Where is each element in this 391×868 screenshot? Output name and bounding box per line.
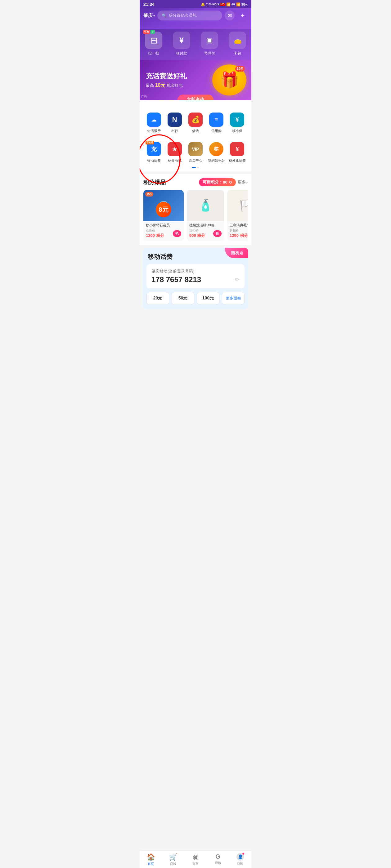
more-link[interactable]: 更多 › [238, 180, 248, 185]
mail-button[interactable]: ✉ [225, 10, 234, 21]
product-diamond-price-label-wrap: 兑换价 1200 积分 [146, 228, 164, 238]
product-towel-price: 1290 积分 [230, 233, 248, 238]
product-diamond-grab-btn[interactable]: 抢 [173, 230, 181, 237]
lifepay-symbol: ☁ [151, 116, 157, 123]
collect-label: 收付款 [176, 51, 187, 56]
product-towel-price-label: 折扣价 [230, 228, 248, 233]
service-signpoints[interactable]: 签 签到领积分 [206, 141, 227, 164]
location-button[interactable]: 肇庆 ▾ [143, 13, 155, 19]
product-detergent-info: 榄菊洗洁精500g 折扣价 900 积分 抢 [187, 221, 224, 241]
search-placeholder: 瓜分百亿会员礼 [168, 13, 197, 18]
header-top: 肇庆 ▾ 🔍 瓜分百亿会员礼 ✉ + [143, 10, 248, 21]
scan-action[interactable]: 可扫 ✓ ⊟ 扫一扫 [142, 30, 165, 57]
simpay-action[interactable]: ▣ 号码付 [198, 30, 221, 57]
yuan-badge: 8元 [156, 202, 171, 217]
search-bar[interactable]: 🔍 瓜分百亿会员礼 [157, 10, 222, 21]
mobilefee-badge: 话机返 [145, 141, 154, 145]
simpay-icon: ▣ [201, 32, 218, 49]
amount-more[interactable]: 更多面额 [222, 292, 245, 304]
creditbuy-icon: ≡ [209, 113, 223, 127]
chevron-down-icon: ▾ [153, 14, 155, 18]
search-icon: 🔍 [162, 13, 167, 18]
amount-20[interactable]: 20元 [146, 292, 169, 304]
product-diamond-price-row: 兑换价 1200 积分 抢 [146, 228, 181, 238]
banner-highlight: 10元 [155, 83, 166, 88]
services-row2-wrap: 充 话机返 移动话费 ★ 积分商城 VIP 会员中心 签 签到领积分 ¥ [140, 138, 251, 165]
product-detergent-price-row: 折扣价 900 积分 抢 [189, 228, 222, 238]
header: 肇庆 ▾ 🔍 瓜分百亿会员礼 ✉ + [140, 8, 251, 29]
yixiaobao-label: 移小保 [232, 129, 242, 133]
pointsfee-icon: ¥ [230, 142, 244, 156]
pointsmall-symbol: ★ [172, 145, 177, 153]
service-membercenter[interactable]: VIP 会员中心 [185, 141, 206, 164]
scan-badge-kewsao: 可扫 [143, 30, 150, 34]
scan-icon: 可扫 ✓ ⊟ [145, 32, 162, 49]
simpay-label: 号码付 [204, 51, 215, 56]
vip-badge: 钻石 [145, 192, 153, 196]
add-button[interactable]: + [238, 10, 248, 21]
collect-symbol: ¥ [179, 36, 184, 44]
product-towel[interactable]: 🏳️ 三利清爽毛巾 折扣价 1290 积分 抢 [227, 190, 248, 241]
chevron-right-icon: › [246, 180, 248, 185]
product-detergent-img: 🧴 [187, 190, 224, 221]
service-yixiaobao[interactable]: ¥ 移小保 [227, 111, 248, 134]
service-lifepay[interactable]: ☁ 生活缴费 [143, 111, 164, 134]
topup-number-row: 178 7657 8213 ✏ [151, 275, 240, 284]
wallet-symbol: 👝 [233, 36, 242, 44]
topup-section: 移动话费 随机返 肇庆移动(当前登录号码) 178 7657 8213 ✏ 20… [143, 248, 248, 309]
banner: 充话费送好礼 最高 10元 现金红包 🎁 10元 广告 [140, 60, 251, 100]
wallet-action[interactable]: 👝 卡包 [226, 30, 249, 57]
points-available-text: 可用积分：80 [203, 180, 227, 185]
signpoints-label: 签到领积分 [208, 158, 225, 163]
edit-icon[interactable]: ✏ [235, 276, 240, 283]
mobilefee-icon: 充 话机返 [147, 142, 161, 156]
simpay-symbol: ▣ [206, 36, 213, 44]
yixiaobao-symbol: ¥ [235, 116, 239, 123]
loan-label: 借钱 [192, 129, 199, 133]
status-bar: 21:34 🔔 7.70 KB/S HD 📶 4G 📶 98% [140, 0, 251, 8]
amount-100[interactable]: 100元 [197, 292, 219, 304]
product-diamond-info: 移小保钻石会员 兑换价 1200 积分 抢 [143, 221, 184, 241]
points-section: 积分爆品 可用积分：80 ↻ 更多 › 💎 8元 钻石 移小保钻石会员 [140, 174, 251, 245]
pointsmall-icon: ★ [168, 142, 182, 156]
service-pointsmall[interactable]: ★ 积分商城 [164, 141, 185, 164]
service-creditbuy[interactable]: ≡ 信用购 [206, 111, 227, 134]
hd-icon: HD [220, 3, 225, 6]
membercenter-label: 会员中心 [189, 158, 202, 163]
points-available-badge[interactable]: 可用积分：80 ↻ [199, 178, 235, 186]
pagination-dots [140, 165, 251, 172]
product-detergent-grab-btn[interactable]: 抢 [213, 230, 222, 237]
product-diamond-member[interactable]: 💎 8元 钻石 移小保钻石会员 兑换价 1200 积分 抢 [143, 190, 184, 241]
banner-title: 充话费送好礼 [146, 72, 187, 81]
service-travel[interactable]: N 出行 [164, 111, 185, 134]
points-title: 积分爆品 [143, 179, 166, 186]
collect-icon: ¥ [173, 32, 190, 49]
topup-account-number: 178 7657 8213 [151, 275, 201, 284]
product-towel-price-row: 折扣价 1290 积分 抢 [230, 228, 248, 238]
refresh-icon: ↻ [229, 180, 232, 185]
banner-cta-button[interactable]: 立即充值 [177, 95, 214, 100]
service-mobilefee[interactable]: 充 话机返 移动话费 [143, 141, 164, 164]
services-row2: 充 话机返 移动话费 ★ 积分商城 VIP 会员中心 签 签到领积分 ¥ [140, 138, 251, 165]
product-diamond-price-label: 兑换价 [146, 228, 164, 233]
banner-subtitle: 最高 10元 现金红包 [146, 82, 187, 89]
collect-action[interactable]: ¥ 收付款 [170, 30, 193, 57]
product-detergent[interactable]: 🧴 榄菊洗洁精500g 折扣价 900 积分 抢 [187, 190, 224, 241]
banner-image: 🎁 10元 [212, 64, 246, 95]
pointsfee-symbol: ¥ [235, 146, 239, 153]
lifepay-label: 生活缴费 [147, 129, 161, 133]
dot-1 [192, 167, 196, 168]
service-pointsfee[interactable]: ¥ 积分兑话费 [227, 141, 248, 164]
amount-50[interactable]: 50元 [172, 292, 194, 304]
service-loan[interactable]: 💰 借钱 [185, 111, 206, 134]
product-detergent-price-label: 折扣价 [189, 228, 205, 233]
travel-symbol: N [172, 116, 177, 124]
wallet-icon: 👝 [229, 32, 246, 49]
scan-badges: 可扫 ✓ [143, 30, 155, 34]
notification-icon: 🔔 [201, 2, 205, 6]
status-icons: 🔔 7.70 KB/S HD 📶 4G 📶 98% [201, 2, 248, 6]
scan-label: 扫一扫 [148, 51, 159, 56]
services-section: ☁ 生活缴费 N 出行 💰 借钱 ≡ 信用购 ¥ 移小保 [140, 100, 251, 138]
travel-icon: N [168, 113, 182, 127]
points-products: 💎 8元 钻石 移小保钻石会员 兑换价 1200 积分 抢 🧴 [143, 190, 248, 241]
